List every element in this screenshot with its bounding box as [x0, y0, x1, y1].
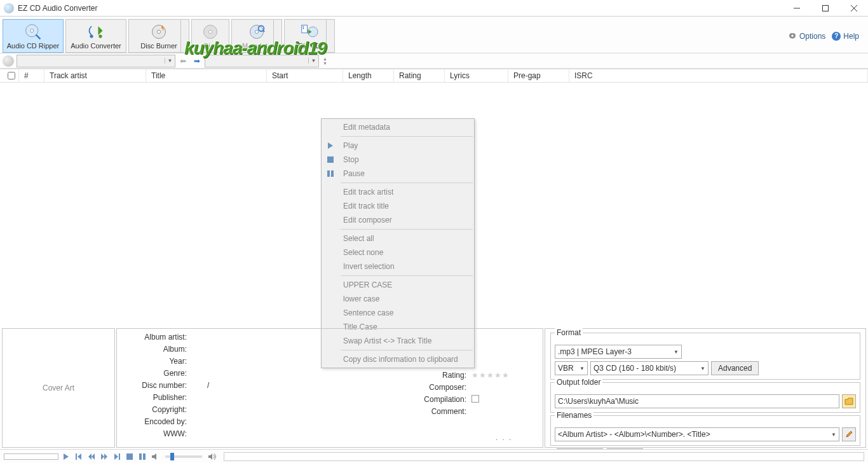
quality-combo[interactable]: Q3 CD (160 - 180 kbit/s)▼ [590, 361, 709, 375]
volume-slider[interactable] [165, 455, 202, 458]
cm-pause[interactable]: Pause [322, 167, 474, 181]
col-rating[interactable]: Rating [394, 69, 445, 82]
minimize-button[interactable] [782, 0, 811, 17]
ribbon-audio-converter[interactable]: Audio Converter [65, 19, 126, 53]
compilation-checkbox[interactable] [471, 395, 479, 403]
dropdown-caret-icon[interactable]: ▼ [182, 33, 187, 39]
mute-icon[interactable] [150, 452, 160, 462]
volume-icon[interactable] [207, 452, 217, 462]
select-all-checkbox[interactable] [8, 72, 15, 79]
cm-stop[interactable]: Stop [322, 153, 474, 167]
prev-track-button[interactable] [74, 452, 84, 462]
cover-art-label: Cover Art [43, 384, 74, 392]
ribbon-disc[interactable]: Disc [191, 19, 229, 53]
svg-rect-25 [119, 453, 120, 460]
play-button[interactable] [61, 452, 71, 462]
pause-button[interactable] [137, 452, 147, 462]
cm-lower-case[interactable]: lower case [322, 292, 474, 306]
sort-updown-icon[interactable]: ▲▼ [323, 57, 327, 66]
col-number[interactable]: # [19, 69, 44, 82]
filenames-combo[interactable]: <Album Artist> - <Album>\<Number>. <Titl… [555, 427, 839, 441]
ribbon-audio-cd-ripper[interactable]: Audio CD Ripper [3, 19, 64, 53]
help-link[interactable]: ? Help [832, 32, 859, 41]
val-encoded-by[interactable] [192, 417, 327, 426]
meta-values-left: / [187, 333, 327, 443]
cm-sentence-case[interactable]: Sentence case [322, 306, 474, 320]
col-length[interactable]: Length [343, 69, 394, 82]
dropdown-caret-icon[interactable]: ▼ [275, 33, 280, 39]
ribbon-label: Metadata [242, 42, 271, 50]
volume-thumb[interactable] [170, 453, 174, 460]
options-link[interactable]: Options [788, 32, 825, 41]
path-combo[interactable]: ▼ [205, 55, 319, 67]
meta-labels-left: Album artist: Album: Year: Genre: Disc n… [123, 333, 187, 443]
val-year[interactable] [192, 357, 327, 366]
val-genre[interactable] [192, 369, 327, 378]
lbl-publisher: Publisher: [153, 393, 187, 402]
filenames-legend: Filenames [555, 411, 593, 420]
edit-filenames-button[interactable] [842, 427, 856, 441]
rewind-button[interactable] [86, 452, 97, 462]
disc-icon [201, 23, 219, 41]
cm-upper-case[interactable]: UPPER CASE [322, 278, 474, 292]
window-controls [782, 0, 868, 17]
col-start[interactable]: Start [267, 69, 343, 82]
cm-edit-composer[interactable]: Edit composer [322, 213, 474, 227]
cm-select-all[interactable]: Select all [322, 232, 474, 245]
output-folder-input[interactable]: C:\Users\kuyhAa'\Music [555, 394, 839, 408]
browse-folder-button[interactable] [842, 394, 856, 408]
status-bar [224, 452, 864, 461]
track-table-body[interactable]: Edit metadata Play Stop Pause Edit track… [0, 83, 868, 322]
val-publisher[interactable] [192, 393, 327, 402]
col-title[interactable]: Title [146, 69, 267, 82]
svg-point-11 [208, 30, 212, 33]
cm-edit-metadata[interactable]: Edit metadata [322, 120, 474, 134]
next-track-button[interactable] [112, 452, 122, 462]
drive-icon[interactable] [3, 55, 14, 67]
header-checkbox-cell [0, 69, 19, 82]
cover-art-panel[interactable]: Cover Art [2, 328, 115, 448]
dropdown-caret-icon[interactable]: ▼ [328, 33, 333, 39]
cm-play[interactable]: Play [322, 139, 474, 153]
separator [341, 136, 473, 137]
forward-button[interactable] [99, 452, 109, 462]
ribbon-metadata[interactable]: Metadata ▼ [231, 19, 282, 53]
stop-button[interactable] [125, 452, 135, 462]
val-album[interactable] [192, 345, 327, 354]
nav-forward-icon[interactable]: ➡ [191, 55, 203, 67]
val-album-artist[interactable] [192, 333, 327, 342]
rating-stars[interactable]: ★★★★★ [471, 371, 536, 380]
ribbon-disc-burner[interactable]: Disc Burner ▼ [128, 19, 189, 53]
ribbon-rip-cd[interactable]: Rip CD ▼ [284, 19, 335, 53]
maximize-button[interactable] [811, 0, 839, 17]
val-composer[interactable] [471, 383, 536, 392]
col-isrc[interactable]: ISRC [569, 69, 868, 82]
col-pregap[interactable]: Pre-gap [508, 69, 569, 82]
format-combo[interactable]: .mp3 | MPEG Layer-3▼ [555, 345, 682, 359]
track-table-header: # Track artist Title Start Length Rating… [0, 69, 868, 83]
play-icon [325, 141, 336, 151]
advanced-button[interactable]: Advanced [711, 361, 759, 375]
val-www[interactable] [192, 429, 327, 438]
nav-back-icon[interactable]: ⬅ [177, 55, 189, 67]
path-toolbar: ▼ ⬅ ➡ ▼ ▲▼ [0, 53, 868, 69]
close-button[interactable] [839, 0, 868, 17]
cm-edit-track-title[interactable]: Edit track title [322, 199, 474, 213]
val-copyright[interactable] [192, 405, 327, 414]
cm-invert-selection[interactable]: Invert selection [322, 259, 474, 273]
options-label: Options [799, 32, 825, 41]
playback-progress[interactable] [4, 453, 58, 460]
lbl-comment: Comment: [431, 407, 466, 416]
ribbon-toolbar: Audio CD Ripper Audio Converter Disc Bur… [0, 17, 868, 53]
col-lyrics[interactable]: Lyrics [445, 69, 508, 82]
val-comment[interactable] [471, 406, 536, 415]
meta-values-right: ★★★★★ . . . [466, 333, 536, 443]
vbr-combo[interactable]: VBR▼ [555, 361, 588, 375]
val-disc-number[interactable]: / [192, 381, 327, 390]
cm-edit-track-artist[interactable]: Edit track artist [322, 185, 474, 199]
lbl-www: WWW: [163, 429, 187, 438]
cm-select-none[interactable]: Select none [322, 245, 474, 259]
more-dots[interactable]: . . . [471, 433, 536, 443]
col-track-artist[interactable]: Track artist [44, 69, 146, 82]
drive-combo[interactable]: ▼ [17, 55, 175, 67]
